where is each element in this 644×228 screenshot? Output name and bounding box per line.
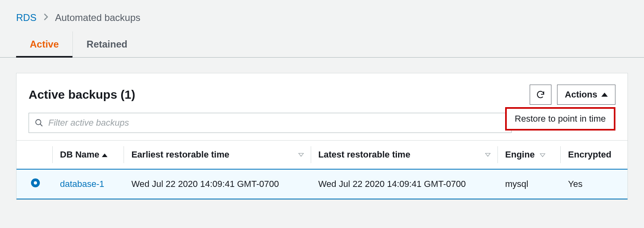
tab-retained[interactable]: Retained [73, 31, 141, 57]
col-latest[interactable]: Latest restorable time [311, 141, 498, 170]
breadcrumb-root-link[interactable]: RDS [16, 12, 37, 23]
panel-title: Active backups (1) [29, 88, 524, 102]
db-name-link[interactable]: database-1 [60, 179, 104, 189]
col-earliest[interactable]: Earliest restorable time [124, 141, 311, 170]
breadcrumb: RDS Automated backups [0, 0, 644, 31]
caret-up-icon [601, 93, 608, 97]
panel-header: Active backups (1) Actions Restore to po… [17, 85, 627, 113]
chevron-right-icon [43, 13, 49, 23]
radio-selected-icon[interactable] [31, 178, 40, 187]
col-db-name[interactable]: DB Name [53, 141, 124, 170]
menu-item-restore-point-in-time[interactable]: Restore to point in time [515, 114, 606, 124]
sort-asc-icon [102, 153, 107, 157]
panel-active-backups: Active backups (1) Actions Restore to po… [16, 73, 628, 200]
tab-active[interactable]: Active [16, 31, 73, 57]
sort-icon [298, 153, 304, 157]
filter-wrap [29, 113, 512, 133]
cell-earliest: Wed Jul 22 2020 14:09:41 GMT-0700 [124, 169, 311, 199]
cell-encrypted: Yes [561, 169, 627, 199]
tabs: Active Retained [0, 31, 644, 58]
col-encrypted[interactable]: Encrypted [561, 141, 627, 170]
sort-icon [485, 153, 491, 157]
col-select [17, 141, 53, 170]
cell-engine: mysql [498, 169, 561, 199]
svg-point-0 [36, 120, 41, 125]
svg-line-1 [40, 124, 43, 126]
actions-label: Actions [565, 89, 597, 100]
breadcrumb-current: Automated backups [55, 12, 140, 23]
search-icon [35, 118, 43, 127]
actions-button[interactable]: Actions [557, 85, 615, 105]
refresh-icon [536, 90, 545, 99]
filter-input[interactable] [48, 118, 506, 128]
actions-menu: Restore to point in time [505, 107, 615, 131]
backups-table: DB Name Earliest restorable time Latest … [17, 140, 627, 199]
sort-icon [540, 153, 545, 157]
table-row[interactable]: database-1 Wed Jul 22 2020 14:09:41 GMT-… [17, 169, 627, 199]
refresh-button[interactable] [530, 85, 551, 105]
cell-latest: Wed Jul 22 2020 14:09:41 GMT-0700 [311, 169, 498, 199]
col-engine[interactable]: Engine [498, 141, 561, 170]
